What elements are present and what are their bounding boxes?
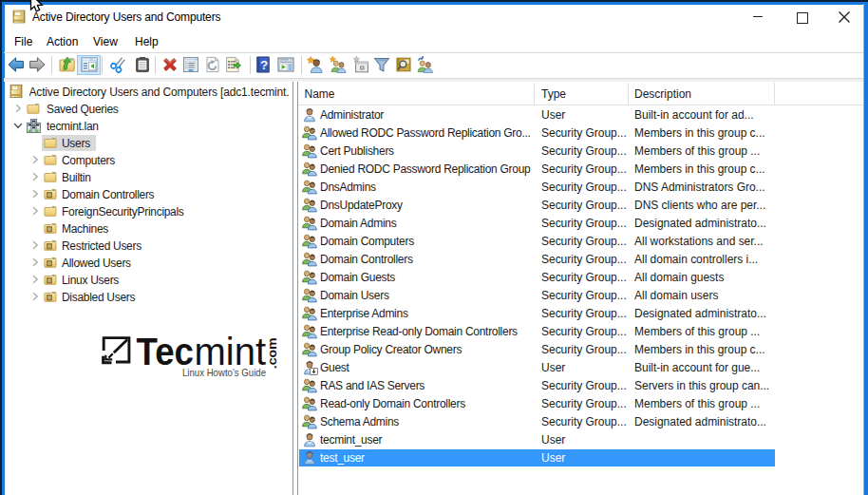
- svg-text:.com: .com: [266, 337, 280, 369]
- svg-text:Linux Howto’s Guide: Linux Howto’s Guide: [182, 367, 266, 378]
- svg-text:?: ?: [260, 58, 268, 72]
